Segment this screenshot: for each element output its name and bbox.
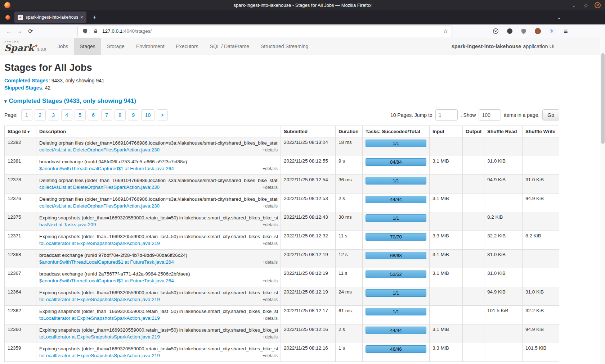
reload-button[interactable]: ⟳ (25, 26, 36, 36)
tasks-progress-bar: 44/44 (366, 327, 426, 334)
header-description[interactable]: Description (36, 126, 281, 137)
spark-nav-item[interactable]: Jobs (52, 38, 74, 55)
stage-description: Expiring snapshots (older_than=166932055… (39, 345, 278, 352)
spark-logo[interactable]: APACHE Spark✦ 3.3.0 (0, 38, 52, 55)
stage-callsite-link[interactable]: toLocalIterator at ExpireSnapshotsSparkA… (39, 333, 160, 340)
tracking-shield-icon[interactable] (81, 28, 89, 35)
page-button[interactable]: 4 (61, 109, 72, 120)
shuffle-write-cell: 31.0 KiB (523, 175, 559, 194)
page-button[interactable]: > (157, 109, 168, 120)
stage-callsite-link[interactable]: $anonfun$withThreadLocalCaptured$1 at Fu… (39, 165, 174, 172)
stage-description: Deleting orphan files (older_than=166910… (39, 196, 278, 203)
tasks-count: 44/44 (366, 196, 426, 203)
details-toggle[interactable]: +details (263, 240, 278, 247)
page-button[interactable]: 10 (141, 109, 155, 120)
skipped-stages-link[interactable]: Skipped Stages: (4, 85, 44, 91)
page-button[interactable]: 8 (115, 109, 126, 120)
stage-id-cell: 12382 (5, 137, 36, 156)
vertical-scrollbar[interactable] (600, 38, 605, 364)
stage-callsite-link[interactable]: toLocalIterator at ExpireSnapshotsSparkA… (39, 315, 160, 322)
account-button[interactable] (506, 28, 513, 35)
details-toggle[interactable]: +details (263, 203, 278, 210)
details-toggle[interactable]: +details (263, 315, 278, 322)
header-submitted[interactable]: Submitted (281, 126, 336, 137)
page-button[interactable]: 2 (35, 109, 46, 120)
stage-callsite-link[interactable]: toLocalIterator at ExpireSnapshotsSparkA… (39, 352, 160, 359)
completed-stages-link[interactable]: Completed Stages: (4, 78, 50, 83)
stage-callsite-link[interactable]: toLocalIterator at ExpireSnapshotsSparkA… (39, 240, 160, 247)
page-button[interactable]: 5 (75, 109, 86, 120)
duration-cell: 61 ms (336, 306, 363, 324)
duration-cell: 9 s (336, 156, 363, 175)
padlock-icon[interactable] (92, 28, 99, 35)
pocket-button[interactable] (492, 28, 499, 35)
tasks-progress-bar: 84/84 (366, 158, 426, 166)
back-button[interactable]: ← (4, 26, 14, 36)
stage-callsite-link[interactable]: collectAsList at DeleteOrphanFilesSparkA… (39, 203, 160, 209)
spark-nav-item[interactable]: Stages (74, 38, 101, 55)
firefox-view-button[interactable] (4, 13, 12, 21)
minimize-button[interactable]: ⌄ (571, 2, 577, 8)
ublock-button[interactable] (520, 28, 527, 35)
header-stage-id[interactable]: Stage Id▾ (5, 126, 36, 137)
firefox-window: spark-ingest-into-lakehouse - Stages for… (0, 0, 605, 364)
spark-nav-item[interactable]: Executors (170, 38, 204, 55)
page-size-input[interactable] (479, 109, 501, 120)
page-button[interactable]: 7 (101, 109, 112, 120)
stage-callsite-link[interactable]: collectAsList at DeleteOrphanFilesSparkA… (39, 184, 160, 191)
stage-callsite-link[interactable]: $anonfun$withThreadLocalCaptured$1 at Fu… (39, 277, 174, 284)
details-toggle[interactable]: +details (263, 222, 278, 228)
forward-button[interactable]: → (14, 26, 25, 36)
details-toggle[interactable]: +details (263, 259, 278, 266)
header-input[interactable]: Input (430, 126, 463, 137)
jump-to-input[interactable] (435, 109, 458, 120)
header-tasks[interactable]: Tasks: Succeeded/Total (363, 126, 430, 137)
output-cell (463, 268, 484, 287)
stage-id-cell: 12367 (5, 268, 36, 287)
stage-callsite-link[interactable]: collectAsList at DeleteOrphanFilesSparkA… (39, 146, 160, 153)
tasks-progress-bar: 70/70 (366, 233, 426, 241)
details-toggle[interactable]: +details (263, 278, 278, 285)
profile-avatar-button[interactable] (534, 28, 541, 35)
go-button[interactable]: Go (542, 109, 559, 120)
spark-nav-item[interactable]: Storage (101, 38, 130, 55)
stage-callsite-link[interactable]: hasNext at Tasks.java:209 (39, 221, 96, 228)
spark-nav-item[interactable]: SQL / DataFrame (204, 38, 255, 55)
details-toggle[interactable]: +details (263, 352, 278, 359)
completed-stages-section-toggle[interactable]: ▾ Completed Stages (9433, only showing 9… (4, 97, 559, 105)
window-titlebar: spark-ingest-into-lakehouse - Stages for… (0, 0, 605, 10)
details-toggle[interactable]: +details (263, 147, 278, 154)
tab-close-button[interactable]: × (80, 14, 83, 20)
new-tab-button[interactable]: + (90, 13, 99, 22)
shuffle-read-cell: 8.2 KiB (484, 212, 523, 231)
scrollbar-thumb[interactable] (601, 53, 605, 144)
browser-tab[interactable]: ✦ spark-ingest-into-lakehous × (14, 12, 86, 23)
header-output[interactable]: Output (463, 126, 484, 137)
details-toggle[interactable]: +details (263, 165, 278, 172)
details-toggle[interactable]: +details (263, 296, 278, 303)
details-toggle[interactable]: +details (263, 184, 278, 191)
header-shuffle-write[interactable]: Shuffle Write (523, 126, 559, 137)
header-duration[interactable]: Duration (336, 126, 363, 137)
menu-button[interactable]: ≡ (562, 28, 569, 35)
bookmark-star-button[interactable]: ☆ (443, 28, 448, 35)
output-cell (463, 212, 484, 231)
close-button[interactable]: ✕ (595, 2, 601, 8)
stage-description: Deleting orphan files (older_than=166910… (39, 140, 278, 146)
page-button[interactable]: 6 (88, 109, 99, 120)
page-button[interactable]: 1 (21, 109, 32, 120)
url-bar[interactable]: 127.0.0.1:4040/stages/ ☆ (78, 26, 452, 37)
spark-nav-item[interactable]: Structured Streaming (255, 38, 314, 55)
header-shuffle-read[interactable]: Shuffle Read (484, 126, 523, 137)
tasks-progress-bar: 1/1 (366, 308, 426, 315)
stage-callsite-link[interactable]: toLocalIterator at ExpireSnapshotsSparkA… (39, 296, 160, 303)
page-button[interactable]: 9 (128, 109, 139, 120)
extension-button[interactable]: ✳ (548, 28, 555, 35)
firefox-view-icon (5, 15, 10, 20)
spark-nav-item[interactable]: Environment (130, 38, 170, 55)
list-all-tabs-button[interactable]: ⌄ (557, 15, 561, 20)
maximize-button[interactable]: ◇ (583, 2, 589, 8)
page-button[interactable]: 3 (48, 109, 59, 120)
details-toggle[interactable]: +details (263, 334, 278, 341)
stage-callsite-link[interactable]: $anonfun$withThreadLocalCaptured$1 at Fu… (39, 259, 174, 265)
